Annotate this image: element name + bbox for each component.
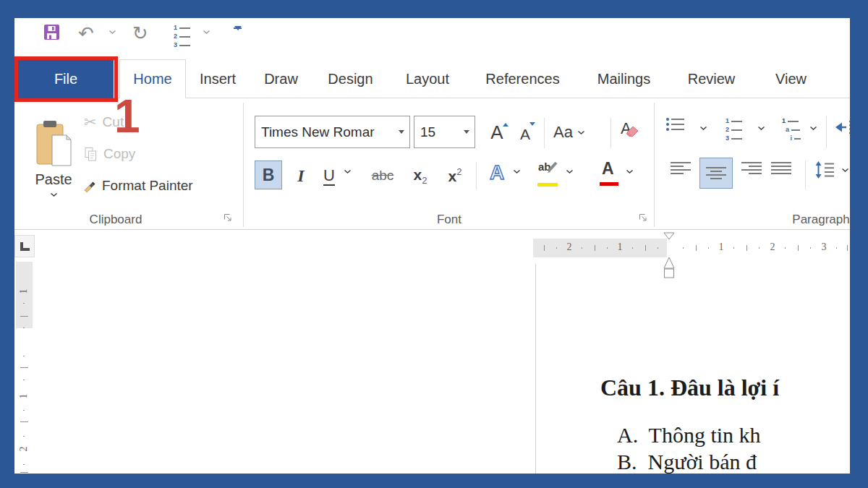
shrink-font-button[interactable]: A [514,122,537,146]
superscript-button[interactable]: x2 [442,163,468,188]
bold-button[interactable]: B [255,160,282,189]
font-color-button[interactable]: A [598,159,620,188]
italic-button[interactable]: I [290,162,312,189]
list-digit: i [787,135,792,142]
tab-insert[interactable]: Insert [186,59,250,98]
tab-references[interactable]: References [467,59,579,98]
undo-button[interactable]: ↶ [78,24,94,43]
paste-button[interactable]: Paste [27,104,80,213]
clear-formatting-button[interactable]: A [619,119,650,145]
undo-menu-button[interactable] [109,30,116,35]
decrease-indent-button[interactable] [834,119,850,138]
dialog-launcher-icon [638,213,648,223]
tick-minor [556,247,557,249]
ruler-number: 2 [18,444,30,454]
tab-stop-selector[interactable] [14,235,35,257]
indent-markers[interactable] [663,232,675,281]
copy-button[interactable]: Copy [84,143,135,165]
qat-numbered-list-menu-button[interactable] [203,30,210,35]
button-separator [610,118,611,148]
font-color-icon: A [598,159,620,188]
highlighter-pen-icon [547,159,560,174]
qat-numbered-list-button[interactable]: 1 2 3 [172,25,190,48]
subscript-button[interactable]: x2 [407,163,433,188]
vertical-ruler[interactable]: 1 1 2 [16,262,33,474]
format-painter-button[interactable]: Format Painter [82,175,193,197]
highlight-button[interactable]: ab [537,159,560,188]
grow-font-button[interactable]: A [484,119,510,146]
ruler-number: 2 [565,241,574,253]
numbering-button[interactable]: 1 2 3 [724,118,742,142]
font-size-value: 15 [414,124,464,140]
hanging-indent-marker [664,257,674,268]
clipboard-dialog-launcher[interactable] [223,213,233,225]
tab-design[interactable]: Design [312,59,388,98]
highlight-menu-button[interactable] [566,169,574,174]
save-icon [43,24,60,40]
list-digit: a [784,127,789,133]
tab-review[interactable]: Review [669,59,754,98]
tab-file[interactable]: File [18,59,114,98]
font-dialog-launcher[interactable] [638,213,648,225]
underline-menu-button[interactable] [344,169,352,174]
tick-minor [810,247,811,249]
font-name-combobox[interactable]: Times New Romar [255,116,410,148]
align-right-button[interactable] [741,162,762,174]
repeat-button[interactable]: ↻ [132,24,148,43]
tab-layout[interactable]: Layout [388,59,467,98]
horizontal-ruler[interactable]: 2 1 1 2 3 [533,239,850,257]
underline-button[interactable]: U [318,162,341,189]
button-separator [476,162,477,189]
tab-draw[interactable]: Draw [250,59,312,98]
document-heading[interactable]: Câu 1. Đâu là lợi í [600,374,779,401]
line-spacing-menu-button[interactable] [841,168,849,173]
document-option-b[interactable]: B. Người bán đ [617,450,757,474]
copy-icon [84,147,98,162]
tick-minor [708,247,709,249]
tab-view[interactable]: View [754,59,828,98]
tick-minor [23,410,25,411]
align-center-button[interactable] [699,158,733,189]
tab-mailings[interactable]: Mailings [579,59,669,98]
highlight-icon: ab [537,159,560,188]
svg-text:A: A [490,161,504,184]
left-indent-marker [665,269,674,278]
list-digit: 1 [780,118,786,124]
chevron-down-icon [399,130,404,137]
line-spacing-button[interactable] [814,160,835,181]
chevron-down-icon [203,30,210,35]
customize-qat-button[interactable] [234,27,242,41]
multilevel-list-menu-button[interactable] [809,126,817,131]
save-button[interactable] [43,24,60,43]
numbering-menu-button[interactable] [757,126,765,131]
text-effects-menu-button[interactable] [513,169,521,174]
tick-major [20,421,28,422]
tick-major [20,472,28,473]
tick-major [20,367,28,368]
multilevel-list-button[interactable]: 1 a i [780,118,801,142]
text-effects-icon: A [486,160,508,184]
bullets-button[interactable] [666,118,684,131]
eraser-icon [625,124,641,138]
undo-icon: ↶ [78,22,94,44]
tick-major [20,316,28,317]
align-center-icon [706,167,726,179]
chevron-down-icon [513,169,521,174]
ruler-number: 2 [768,241,777,253]
tick-minor [607,247,608,249]
tick-major [544,245,545,251]
strikethrough-button[interactable]: abc [367,163,399,188]
change-case-button[interactable]: Aa [553,121,585,144]
copy-label: Copy [103,146,135,162]
bold-icon: B [263,166,275,184]
document-option-a[interactable]: A. Thông tin kh [617,423,761,448]
font-size-combobox[interactable]: 15 [414,116,475,148]
align-left-button[interactable] [671,162,691,174]
tab-help[interactable]: Help [828,59,850,98]
bullets-menu-button[interactable] [699,126,707,131]
chevron-down-icon [577,130,585,135]
text-effects-button[interactable]: A [485,159,509,187]
format-painter-label: Format Painter [102,178,193,194]
font-color-menu-button[interactable] [626,169,634,174]
justify-button[interactable] [771,162,791,174]
